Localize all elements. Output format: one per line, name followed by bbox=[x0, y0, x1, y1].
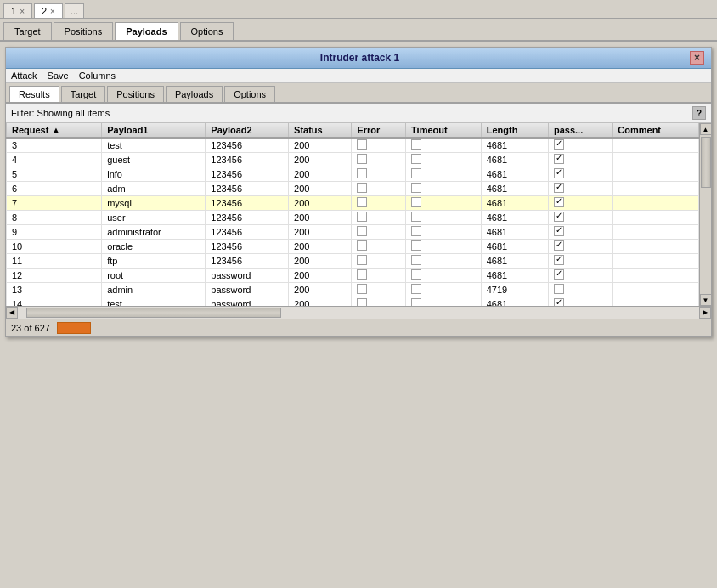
pass-checkbox[interactable] bbox=[554, 197, 564, 207]
table-row[interactable]: 12rootpassword2004681 bbox=[7, 269, 699, 283]
error-checkbox[interactable] bbox=[357, 226, 367, 236]
pass-checkbox[interactable] bbox=[554, 154, 564, 164]
pass-checkbox[interactable] bbox=[554, 212, 564, 222]
table-row[interactable]: 5info1234562004681 bbox=[7, 167, 699, 182]
tab-positions[interactable]: Positions bbox=[107, 86, 164, 102]
col-payload2[interactable]: Payload2 bbox=[206, 123, 289, 138]
main-nav-target[interactable]: Target bbox=[3, 22, 52, 40]
filter-help-button[interactable]: ? bbox=[692, 106, 706, 120]
pass-checkbox[interactable] bbox=[554, 284, 564, 294]
error-checkbox[interactable] bbox=[357, 298, 367, 306]
table-row[interactable]: 13adminpassword2004719 bbox=[7, 283, 699, 297]
pass-checkbox[interactable] bbox=[554, 139, 564, 150]
error-checkbox[interactable] bbox=[357, 255, 367, 265]
main-nav-payloads[interactable]: Payloads bbox=[115, 22, 178, 40]
main-nav-positions[interactable]: Positions bbox=[54, 22, 114, 40]
col-length[interactable]: Length bbox=[481, 123, 548, 138]
scroll-thumb-h[interactable] bbox=[26, 308, 281, 318]
menu-columns[interactable]: Columns bbox=[79, 71, 116, 81]
results-table: Request ▲ Payload1 Payload2 Status Error… bbox=[6, 123, 699, 306]
table-row[interactable]: 8user1234562004681 bbox=[7, 211, 699, 225]
top-tab-1-close[interactable]: × bbox=[20, 7, 25, 16]
timeout-checkbox[interactable] bbox=[411, 269, 421, 280]
tab-results[interactable]: Results bbox=[9, 86, 59, 102]
table-row[interactable]: 14testpassword2004681 bbox=[7, 297, 699, 307]
table-row[interactable]: 9administrator1234562004681 bbox=[7, 225, 699, 240]
top-tab-2-close[interactable]: × bbox=[50, 7, 55, 16]
scroll-left-button[interactable]: ◀ bbox=[6, 307, 18, 319]
pass-checkbox[interactable] bbox=[554, 255, 564, 265]
timeout-checkbox[interactable] bbox=[411, 183, 421, 193]
error-checkbox[interactable] bbox=[357, 240, 367, 251]
table-row[interactable]: 10oracle1234562004681 bbox=[7, 240, 699, 254]
scroll-up-button[interactable]: ▲ bbox=[700, 123, 712, 135]
menu-save[interactable]: Save bbox=[48, 71, 69, 81]
intruder-attack-window: Intruder attack 1 × Attack Save Columns … bbox=[5, 47, 712, 337]
timeout-checkbox[interactable] bbox=[411, 154, 421, 164]
tab-target[interactable]: Target bbox=[61, 86, 106, 102]
pass-checkbox[interactable] bbox=[554, 226, 564, 236]
pass-checkbox[interactable] bbox=[554, 183, 564, 193]
main-nav-options[interactable]: Options bbox=[180, 22, 234, 40]
filter-label: Filter: Showing all items bbox=[11, 108, 692, 118]
pass-checkbox[interactable] bbox=[554, 269, 564, 280]
table-area: Request ▲ Payload1 Payload2 Status Error… bbox=[6, 123, 711, 306]
error-checkbox[interactable] bbox=[357, 284, 367, 294]
table-row[interactable]: 11ftp1234562004681 bbox=[7, 254, 699, 269]
scroll-down-button[interactable]: ▼ bbox=[700, 294, 712, 306]
error-checkbox[interactable] bbox=[357, 212, 367, 222]
tab-payloads[interactable]: Payloads bbox=[166, 86, 223, 102]
error-checkbox[interactable] bbox=[357, 183, 367, 193]
error-checkbox[interactable] bbox=[357, 269, 367, 280]
timeout-checkbox[interactable] bbox=[411, 240, 421, 251]
col-payload1[interactable]: Payload1 bbox=[102, 123, 206, 138]
col-status[interactable]: Status bbox=[289, 123, 352, 138]
table-row[interactable]: 7mysql1234562004681 bbox=[7, 196, 699, 211]
horizontal-scrollbar[interactable]: ◀ ▶ bbox=[6, 306, 711, 318]
top-tab-1-label: 1 bbox=[11, 6, 16, 16]
timeout-checkbox[interactable] bbox=[411, 298, 421, 306]
window-close-button[interactable]: × bbox=[690, 51, 704, 65]
vertical-scrollbar[interactable]: ▲ ▼ bbox=[699, 123, 711, 306]
timeout-checkbox[interactable] bbox=[411, 226, 421, 236]
pass-checkbox[interactable] bbox=[554, 168, 564, 178]
main-nav: Target Positions Payloads Options bbox=[0, 19, 717, 42]
scroll-track-h bbox=[18, 307, 699, 319]
window-titlebar: Intruder attack 1 × bbox=[6, 48, 711, 69]
timeout-checkbox[interactable] bbox=[411, 197, 421, 207]
timeout-checkbox[interactable] bbox=[411, 139, 421, 150]
filter-bar: Filter: Showing all items ? bbox=[6, 104, 711, 123]
col-comment[interactable]: Comment bbox=[613, 123, 699, 138]
top-tab-bar: 1 × 2 × ... bbox=[0, 0, 717, 19]
menu-attack[interactable]: Attack bbox=[11, 71, 37, 81]
error-checkbox[interactable] bbox=[357, 139, 367, 150]
timeout-checkbox[interactable] bbox=[411, 284, 421, 294]
table-row[interactable]: 4guest1234562004681 bbox=[7, 153, 699, 167]
pass-checkbox[interactable] bbox=[554, 240, 564, 251]
col-timeout[interactable]: Timeout bbox=[406, 123, 482, 138]
col-error[interactable]: Error bbox=[352, 123, 406, 138]
table-row[interactable]: 3test1234562004681 bbox=[7, 138, 699, 153]
scroll-thumb-v[interactable] bbox=[701, 137, 711, 188]
col-pass[interactable]: pass... bbox=[548, 123, 612, 138]
status-count: 23 of 627 bbox=[11, 323, 50, 333]
error-checkbox[interactable] bbox=[357, 197, 367, 207]
scroll-right-button[interactable]: ▶ bbox=[699, 307, 711, 319]
col-request[interactable]: Request ▲ bbox=[7, 123, 102, 138]
tab-options[interactable]: Options bbox=[224, 86, 275, 102]
top-tab-more[interactable]: ... bbox=[65, 3, 84, 18]
window-title: Intruder attack 1 bbox=[30, 52, 690, 64]
top-tab-1[interactable]: 1 × bbox=[3, 3, 32, 18]
status-progress-bar bbox=[57, 322, 91, 334]
timeout-checkbox[interactable] bbox=[411, 255, 421, 265]
pass-checkbox[interactable] bbox=[554, 298, 564, 306]
inner-tabs: Results Target Positions Payloads Option… bbox=[6, 83, 711, 104]
error-checkbox[interactable] bbox=[357, 154, 367, 164]
table-row[interactable]: 6adm1234562004681 bbox=[7, 182, 699, 196]
timeout-checkbox[interactable] bbox=[411, 168, 421, 178]
timeout-checkbox[interactable] bbox=[411, 212, 421, 222]
error-checkbox[interactable] bbox=[357, 168, 367, 178]
status-bar: 23 of 627 bbox=[6, 318, 711, 336]
table-scroll[interactable]: Request ▲ Payload1 Payload2 Status Error… bbox=[6, 123, 711, 306]
top-tab-2[interactable]: 2 × bbox=[34, 3, 63, 18]
